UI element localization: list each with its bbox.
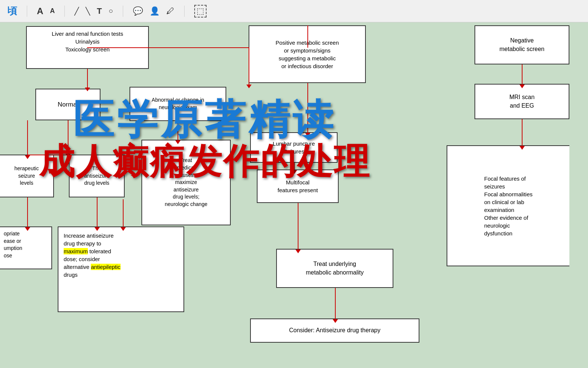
arrow-neuro-to-increase [123, 199, 124, 227]
font-small-icon[interactable]: A [50, 7, 55, 15]
stamp-icon[interactable]: 👤 [150, 6, 160, 16]
arrow-drug-appropriate [27, 197, 28, 227]
flowchart-area: Liver and renal function testsUrinalysis… [0, 22, 588, 368]
pencil-icon[interactable]: ╱ [74, 7, 79, 16]
focal-features-box: Focal features ofseizuresFocal abnormali… [447, 145, 569, 266]
appropriate-decrease-box: opriateease orumptionose [0, 226, 52, 269]
increase-antiseizure-box: Increase antiseizuredrug therapy tomaxim… [58, 226, 184, 312]
treat-metabolic-box: Treat underlyingmetabolic abnormality [276, 249, 393, 288]
selection-icon[interactable]: ⬚ [194, 5, 207, 18]
toolbar: 頃 A A ╱ ╲ T ○ 💬 👤 🖊 ⬚ [0, 0, 588, 22]
liver-tests-text: Liver and renal function testsUrinalysis… [52, 31, 123, 53]
overlay-line2: 成人癫痫发作的处理 [0, 142, 409, 181]
arrow-treat-down [335, 288, 336, 319]
overlay-container: 医学原著精读 成人癫痫发作的处理 [0, 97, 409, 181]
separator-4 [184, 6, 185, 17]
separator-2 [64, 6, 65, 17]
font-large-icon[interactable]: A [37, 6, 43, 16]
increase-antiseizure-text: Increase antiseizuredrug therapy tomaxim… [64, 232, 121, 278]
eraser-icon[interactable]: ╲ [86, 7, 90, 16]
focal-features-text: Focal features ofseizuresFocal abnormali… [484, 175, 533, 237]
pen-icon[interactable]: 🖊 [166, 6, 175, 16]
appropriate-decrease-text: opriateease orumptionose [4, 231, 22, 258]
mri-eeg-box: MRI scanand EEG [474, 84, 569, 119]
arrow-liver-right-v [249, 47, 249, 85]
translate-icon[interactable]: 頃 [7, 4, 17, 18]
treat-metabolic-text: Treat underlyingmetabolic abnormality [306, 260, 364, 277]
arrow-junction-positive [307, 25, 308, 48]
mri-eeg-text: MRI scanand EEG [509, 93, 535, 110]
arrow-liver-down [87, 69, 88, 88]
consider-antiseizure-text: Consider: Antiseizure drug therapy [289, 326, 380, 334]
overlay-line1: 医学原著精读 [0, 97, 409, 142]
shape-icon[interactable]: ○ [109, 7, 113, 15]
arrow-negative-down [522, 64, 523, 85]
maximum-highlight: maximum [64, 248, 88, 254]
negative-metabolic-box: Negativemetabolic screen [474, 25, 569, 64]
arrow-mri-focal [522, 119, 523, 146]
text-icon[interactable]: T [97, 6, 102, 16]
comment-icon[interactable]: 💬 [133, 6, 143, 16]
separator-3 [123, 6, 123, 17]
arrow-drug-down [97, 197, 98, 227]
antiepileptic-highlight: antiepileptic [91, 264, 120, 270]
arrow-multifocal-down [298, 203, 298, 250]
negative-metabolic-text: Negativemetabolic screen [499, 37, 544, 53]
separator-1 [27, 6, 27, 17]
arrow-top-h [87, 47, 249, 48]
